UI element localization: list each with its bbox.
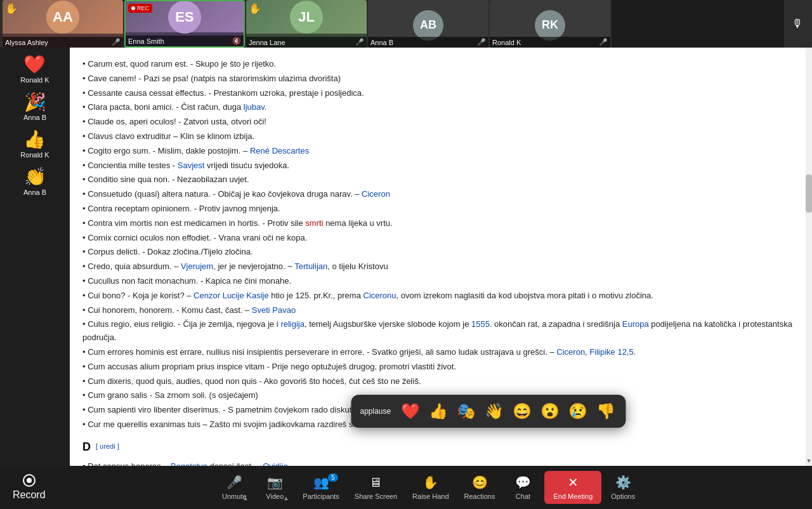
link-bogatstvo[interactable]: Bogatstvo [171,461,207,466]
link-ljubav[interactable]: ljubav [244,102,265,112]
avatar-ronaldk: RK [535,10,565,41]
options-icon: ⚙️ [615,475,631,490]
link-kasije[interactable]: Lucije Kasije [223,291,269,300]
link-ciceron[interactable]: Ciceron [556,347,585,357]
doc-line: Consuetudo (quasi) altera natura. - Obič… [82,188,793,201]
doc-line: Cum errores hominis est errare, nullius … [82,346,793,359]
record-icon [23,474,36,487]
doc-line: Contra receptam opinionem. - Protiv javn… [82,202,793,216]
reaction-clap: 👏 Anna B [23,166,46,196]
end-meeting-button[interactable]: ✕ End Meeting [544,471,601,504]
host-mic-control: 🎙 [785,0,809,48]
video-chevron-icon[interactable]: ▲ [283,495,289,501]
link-vjerujem[interactable]: Vjerujem [181,261,213,271]
link-tertulijan[interactable]: Tertulijan [294,261,327,271]
link-svetipavao[interactable]: Sveti Pavao [252,305,296,315]
participant-tile-annab[interactable]: AB Anna B 🎤 [368,0,488,48]
video-button[interactable]: 📷 Video ▲ [256,471,294,504]
participant-name-enna: Enna Smith 🔇 [126,36,244,46]
recording-indicator: REC [128,4,152,13]
raise-hand-icon-alyssa: ✋ [5,3,18,15]
raise-hand-icon-jenna: ✋ [249,3,261,15]
participant-tile-jenna[interactable]: JL ✋ Jenna Lane 🎤 [246,0,367,48]
main-content: ❤️ Ronald K 🎉 Anna B 👍 Ronald K 👏 Anna B… [0,48,812,466]
reaction-heart: ❤️ Ronald K [20,54,49,84]
participants-badge: 5 [328,473,338,482]
raise-hand-button[interactable]: ✋ Raise Hand [406,471,455,504]
participant-tile-ronaldk[interactable]: RK Ronald K 🎤 [490,0,610,48]
video-icon: 📷 [267,475,283,490]
doc-line: Carum est, quod rarum est. - Skupo je št… [82,58,793,71]
doc-line: Credo, quia absurdum. – Vjerujem, jer je… [82,260,793,274]
toolbar: Record 🎤 Unmute ▲ 📷 Video ▲ 👥 Participan… [0,466,812,509]
doc-line: Culus regio, eius religio. - Čija je zem… [82,318,793,345]
scrollbar[interactable]: ▼ [806,48,812,466]
participant-tile-enna[interactable]: ES REC Enna Smith 🔇 [124,0,245,48]
doc-line: Corpus delicti. - Dokaz zločina./Tijelo … [82,246,793,259]
doc-line: Clara pacta, boni amici. - Čist račun, d… [82,101,793,114]
emoji-thumbsdown[interactable]: 👎 [595,401,617,421]
participant-tile-alyssa[interactable]: AA ✋ Alyssa Ashley 🎤 [3,0,123,48]
participants-icon: 👥 [313,475,329,490]
link-ciceron[interactable]: Ciceron [362,189,390,199]
emoji-wow[interactable]: 😮 [539,401,561,421]
doc-line: Cum dixeris, quod quis, audies, quod non… [82,375,793,388]
reactions-button[interactable]: 😊 Reactions [458,471,502,504]
scroll-thumb[interactable] [806,175,812,213]
emoji-heart[interactable]: ❤️ [400,401,421,421]
link-savjest[interactable]: Savjest [178,161,205,170]
reaction-thumbsup: 👍 Ronald K [20,129,49,159]
participant-name-ronaldk: Ronald K 🎤 [490,37,610,48]
emoji-thumbsup[interactable]: 👍 [428,401,449,421]
reactions-sidebar: ❤️ Ronald K 🎉 Anna B 👍 Ronald K 👏 Anna B [0,48,70,466]
doc-line: Claude os, aperi oculos! - Zatvori usta,… [82,116,793,129]
doc-line: Cornix cornici oculos non effodiet. - Vr… [82,232,793,245]
doc-line: Concientia mille testes - Savjest vrijed… [82,159,793,173]
share-screen-icon: 🖥 [369,475,382,490]
reactions-icon: 😊 [472,475,488,490]
chat-icon: 💬 [515,475,531,490]
participant-name-alyssa: Alyssa Ashley 🎤 [3,37,123,48]
share-screen-button[interactable]: 🖥 Share Screen [348,472,403,504]
link-descartes[interactable]: René Descartes [250,146,309,155]
doc-line: Dat census honores. - Bogatstvo donosi č… [82,460,793,466]
unmute-button[interactable]: 🎤 Unmute ▲ [215,471,253,504]
link-religija[interactable]: religija [280,319,304,329]
emoji-sad[interactable]: 😢 [567,401,589,421]
chat-button[interactable]: 💬 Chat [504,471,542,504]
emoji-party[interactable]: 🎭 [455,401,477,421]
participant-name-jenna: Jenna Lane 🎤 [246,37,367,48]
participants-bar: AA ✋ Alyssa Ashley 🎤 ES REC Enna Smith 🔇… [0,0,812,48]
end-meeting-icon: ✕ [568,475,579,490]
participant-name-annab: Anna B 🎤 [368,37,488,48]
participants-button[interactable]: 👥 Participants 5 [296,471,345,504]
doc-line: Cucullus non facit monachum. - Kapica ne… [82,275,793,288]
section-d-heading: D [ uredi ] [82,438,793,456]
doc-line: Contra vim mortis non est medicamen in h… [82,217,793,230]
unmute-chevron-icon[interactable]: ▲ [242,495,248,501]
link-cenzor[interactable]: Cenzor [193,291,220,300]
link-ovidije[interactable]: Ovidije [263,461,288,466]
link-filipike[interactable]: Filipike 12,5 [589,347,633,357]
doc-line: Clavus clavo extruditur – Klin se klinom… [82,130,793,143]
scroll-down-arrow[interactable]: ▼ [806,456,812,466]
emoji-wave[interactable]: 👋 [483,401,505,421]
avatar-annab: AB [413,10,443,41]
doc-line: Cave canem! - Pazi se psa! (natpis na st… [82,72,793,86]
emoji-smile[interactable]: 😄 [511,401,533,421]
raise-hand-icon: ✋ [422,475,438,490]
doc-line: Cum accusas alium propriam prius inspice… [82,360,793,374]
reaction-party: 🎉 Anna B [23,91,46,121]
unmute-icon: 🎤 [226,475,242,490]
section-d-edit-link[interactable]: [ uredi ] [96,441,119,453]
link-smrti[interactable]: smrti [305,218,323,228]
link-1555[interactable]: 1555 [471,319,490,329]
options-button[interactable]: ⚙️ Options [604,471,642,504]
doc-line: Conditio sine qua non. - Nezaobilazan uv… [82,173,793,187]
doc-line: Cui honorem, honorem. - Komu čast, čast.… [82,304,793,317]
doc-line: Cogito ergo sum. - Mislim, dakle postoji… [82,145,793,158]
link-europa[interactable]: Europa [622,319,649,329]
record-button[interactable]: Record [6,470,52,505]
doc-line: Cui bono? - Koja je korist? – Cenzor Luc… [82,289,793,303]
link-ciceronu[interactable]: Ciceronu [363,291,396,300]
